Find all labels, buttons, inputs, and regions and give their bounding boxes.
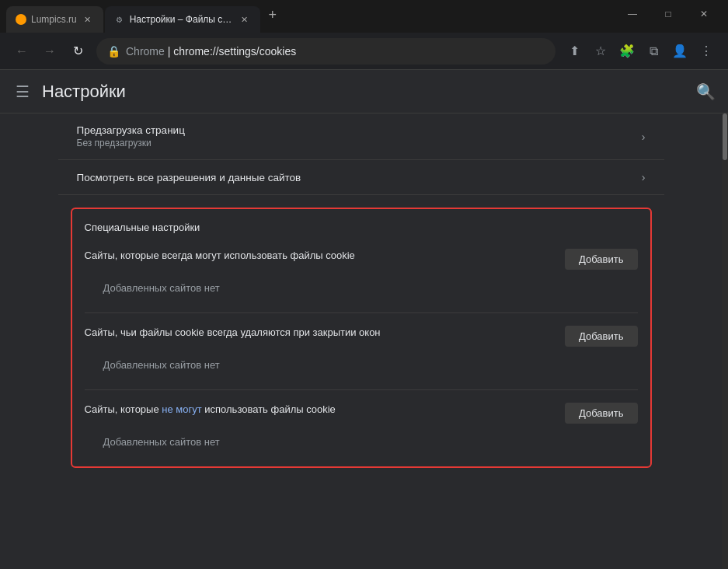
tab-lumpics-label: Lumpics.ru [31,14,77,25]
add-always-allow-button[interactable]: Добавить [565,249,637,270]
tab-lumpics-close[interactable]: ✕ [82,13,94,26]
content-area: Предзагрузка страниц Без предзагрузки › … [58,113,664,468]
add-never-allow-button[interactable]: Добавить [565,403,637,424]
cookie-section-never-allow-header: Сайты, которые не могут использовать фай… [85,403,638,424]
permissions-title: Посмотреть все разрешения и данные сайто… [77,172,301,183]
tab-settings-close[interactable]: ✕ [239,13,251,26]
address-url: chrome://settings/cookies [173,45,296,58]
chrome-label: Chrome [126,45,165,58]
add-always-clear-button[interactable]: Добавить [565,326,637,347]
tab-bar: Lumpics.ru ✕ ⚙ Настройки – Файлы cookie … [0,0,728,33]
profile-button[interactable]: 👤 [667,39,692,64]
new-tab-button[interactable]: + [262,4,284,26]
share-button[interactable]: ⬆ [562,39,587,64]
cookie-always-clear-label: Сайты, чьи файлы cookie всегда удаляются… [85,326,566,340]
settings-scroll-area[interactable]: Предзагрузка страниц Без предзагрузки › … [0,113,722,569]
back-button[interactable]: ← [9,39,34,64]
cookie-section-always-allow-header: Сайты, которые всегда могут использовать… [85,249,638,270]
permissions-arrow: › [642,171,646,183]
settings-search-icon[interactable]: 🔍 [696,82,716,101]
settings-main: ☰ Настройки 🔍 Предзагрузка страниц Без п… [0,70,728,569]
preload-arrow: › [642,131,646,143]
always-allow-empty-label: Добавленных сайтов нет [85,279,638,294]
divider-1 [85,312,638,313]
always-clear-empty-label: Добавленных сайтов нет [85,356,638,371]
menu-button[interactable]: ⋮ [694,39,719,64]
scroll-thumb[interactable] [723,113,727,160]
divider-2 [85,389,638,390]
tab-settings-label: Настройки – Файлы cookie и др [130,14,234,25]
window-controls: — □ ✕ [615,0,722,26]
close-button[interactable]: ✕ [686,2,722,26]
preload-title: Предзагрузка страниц [77,124,185,136]
scrollbar[interactable] [722,113,728,569]
preload-subtitle: Без предзагрузки [77,138,185,148]
forward-button[interactable]: → [37,39,62,64]
minimize-button[interactable]: — [615,2,650,26]
toolbar-actions: ⬆ ☆ 🧩 ⧉ 👤 ⋮ [562,39,719,64]
tab-lumpics[interactable]: Lumpics.ru ✕ [6,6,103,33]
permissions-content: Посмотреть все разрешения и данные сайто… [77,172,301,183]
permissions-row[interactable]: Посмотреть все разрешения и данные сайто… [58,160,664,195]
settings-container: ☰ Настройки 🔍 Предзагрузка страниц Без п… [0,70,728,569]
bookmark-button[interactable]: ☆ [588,39,613,64]
settings-page-title: Настройки [42,82,126,102]
address-favicon: 🔒 [107,45,120,58]
address-text: Chrome | chrome://settings/cookies [126,45,545,58]
address-bar[interactable]: 🔒 Chrome | chrome://settings/cookies [96,38,556,65]
never-allow-label-after: использовать файлы cookie [202,403,336,415]
settings-favicon: ⚙ [114,14,125,25]
never-allow-empty-label: Добавленных сайтов нет [85,433,638,448]
cookie-section-always-clear-header: Сайты, чьи файлы cookie всегда удаляются… [85,326,638,347]
hamburger-icon[interactable]: ☰ [12,79,33,104]
preload-content: Предзагрузка страниц Без предзагрузки [77,124,185,148]
settings-header: ☰ Настройки 🔍 [0,70,728,113]
never-allow-label-highlight: не могут [162,403,201,415]
preload-row[interactable]: Предзагрузка страниц Без предзагрузки › [58,113,664,160]
cookie-always-allow-label: Сайты, которые всегда могут использовать… [85,249,566,263]
lumpics-favicon [16,14,26,25]
cookie-never-allow-label: Сайты, которые не могут использовать фай… [85,403,566,417]
toolbar: ← → ↻ 🔒 Chrome | chrome://settings/cooki… [0,33,728,70]
special-settings-title: Специальные настройки [85,222,638,233]
never-allow-label-before: Сайты, которые [85,403,162,415]
maximize-button[interactable]: □ [650,2,686,26]
cookie-section-never-allow: Сайты, которые не могут использовать фай… [85,403,638,448]
browser-frame: Lumpics.ru ✕ ⚙ Настройки – Файлы cookie … [0,0,728,569]
special-settings-box: Специальные настройки Сайты, которые все… [71,208,652,468]
cookie-section-always-allow: Сайты, которые всегда могут использовать… [85,249,638,294]
refresh-button[interactable]: ↻ [65,39,90,64]
tab-manager-button[interactable]: ⧉ [641,39,666,64]
tab-settings[interactable]: ⚙ Настройки – Файлы cookie и др ✕ [105,6,260,33]
cookie-section-always-clear: Сайты, чьи файлы cookie всегда удаляются… [85,326,638,371]
extension-button[interactable]: 🧩 [615,39,639,64]
